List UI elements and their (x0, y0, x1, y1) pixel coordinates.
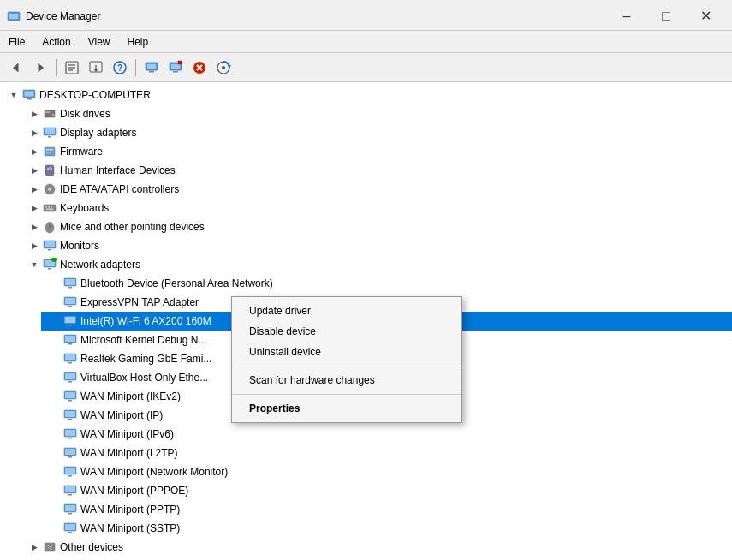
svg-rect-85 (65, 392, 75, 398)
wan-pptp-label: WAN Miniport (PPTP) (80, 503, 180, 515)
svg-rect-68 (68, 287, 72, 289)
svg-rect-104 (68, 513, 72, 515)
toolbar-back[interactable] (5, 57, 27, 79)
svg-rect-18 (149, 71, 154, 73)
network-adapters-label: Network adapters (60, 259, 140, 271)
ms-kernel-icon (63, 333, 77, 347)
toolbar-properties[interactable] (61, 57, 83, 79)
display-adapters-label: Display adapters (60, 127, 136, 139)
svg-point-58 (48, 222, 52, 225)
svg-rect-95 (68, 456, 72, 458)
network-icon (43, 258, 57, 271)
tree-human-interface[interactable]: ▶ Human Interface Devices (21, 161, 732, 180)
toolbar-forward[interactable] (29, 57, 51, 79)
svg-point-49 (48, 188, 51, 191)
intel-wifi-label: Intel(R) Wi-Fi 6 AX200 160M (80, 315, 211, 327)
ctx-update-driver[interactable]: Update driver (232, 301, 461, 321)
wan-ikev2-label: WAN Miniport (IKEv2) (80, 390, 181, 402)
svg-rect-77 (68, 343, 72, 345)
toolbar-separator-1 (56, 59, 57, 76)
svg-rect-53 (51, 206, 52, 208)
tree-bluetooth[interactable]: ▶ Bluetooth Device (Personal Area Networ… (41, 274, 732, 293)
svg-rect-86 (68, 400, 72, 402)
wan-netmon-label: WAN Miniport (Network Monitor) (80, 466, 228, 478)
svg-rect-70 (65, 298, 75, 304)
wan-sstp-label: WAN Miniport (SSTP) (80, 522, 180, 534)
svg-rect-51 (45, 206, 47, 208)
tree-wan-netmon[interactable]: ▶ WAN Miniport (Network Monitor) (41, 462, 732, 481)
tree-wan-l2tp[interactable]: ▶ WAN Miniport (L2TP) (41, 444, 732, 462)
expand-display[interactable]: ▶ (27, 126, 41, 140)
maximize-button[interactable]: □ (646, 4, 686, 28)
svg-rect-64 (48, 268, 51, 270)
expand-hid[interactable]: ▶ (27, 164, 41, 177)
wan-ipv6-icon (63, 427, 77, 441)
toolbar-help[interactable]: ? (109, 57, 131, 79)
window-title: Device Manager (26, 10, 100, 22)
tree-monitors[interactable]: ▶ Monitors (21, 236, 732, 255)
svg-point-30 (222, 66, 225, 69)
tree-disk-drives[interactable]: ▶ Disk drives (21, 104, 732, 123)
toolbar-uninstall[interactable] (188, 57, 211, 79)
menu-action[interactable]: Action (33, 33, 79, 51)
expand-other[interactable]: ▶ (27, 540, 41, 554)
svg-rect-54 (46, 209, 53, 211)
expand-network[interactable]: ▼ (27, 258, 41, 271)
toolbar-computer[interactable] (140, 57, 163, 79)
svg-rect-52 (48, 206, 50, 208)
tree-firmware[interactable]: ▶ Firmware (21, 142, 732, 161)
tree-wan-sstp[interactable]: ▶ WAN Miniport (SSTP) (41, 519, 732, 538)
menu-help[interactable]: Help (119, 33, 158, 51)
tree-ide[interactable]: ▶ IDE ATA/ATAPI controllers (21, 180, 732, 199)
expand-disk[interactable]: ▶ (27, 107, 41, 121)
expand-monitors[interactable]: ▶ (27, 239, 41, 253)
ide-icon (43, 182, 57, 196)
ms-kernel-label: Microsoft Kernel Debug N... (80, 334, 206, 346)
toolbar-update[interactable] (85, 57, 107, 79)
expand-firmware[interactable]: ▶ (27, 145, 41, 158)
other-devices-label: Other devices (60, 541, 123, 553)
tree-network-adapters[interactable]: ▼ Network adapters (21, 255, 732, 274)
tree-wan-ipv6[interactable]: ▶ WAN Miniport (IPv6) (41, 425, 732, 444)
intel-wifi-icon (63, 314, 77, 328)
ctx-scan-changes[interactable]: Scan for hardware changes (232, 370, 461, 390)
tree-wan-pptp[interactable]: ▶ WAN Miniport (PPTP) (41, 500, 732, 519)
svg-rect-45 (47, 168, 49, 170)
svg-rect-107 (68, 532, 72, 533)
ctx-uninstall-device[interactable]: Uninstall device (232, 342, 461, 362)
minimize-button[interactable]: – (607, 4, 646, 28)
svg-rect-100 (65, 486, 75, 492)
tree-other-devices[interactable]: ▶ ? Other devices (21, 538, 732, 557)
menu-view[interactable]: View (80, 33, 119, 51)
wan-netmon-icon (63, 465, 77, 479)
ctx-properties[interactable]: Properties (232, 398, 461, 419)
svg-rect-76 (65, 336, 75, 342)
expand-root[interactable]: ▼ (7, 88, 21, 102)
svg-rect-88 (65, 411, 75, 417)
svg-marker-5 (39, 63, 44, 72)
svg-rect-89 (68, 419, 72, 420)
svg-rect-33 (27, 98, 32, 100)
close-button[interactable]: ✕ (686, 4, 725, 28)
tree-root[interactable]: ▼ DESKTOP-COMPUTER (0, 86, 732, 104)
tree-display-adapters[interactable]: ▶ Display adapters (21, 123, 732, 142)
toolbar-scan[interactable] (212, 57, 235, 79)
svg-rect-92 (68, 438, 72, 439)
ctx-disable-device[interactable]: Disable device (232, 321, 461, 342)
svg-rect-80 (68, 362, 72, 364)
svg-rect-83 (68, 381, 72, 383)
tree-wan-pppoe[interactable]: ▶ WAN Miniport (PPPOE) (41, 481, 732, 500)
toolbar-separator-2 (135, 59, 136, 76)
svg-rect-106 (65, 524, 75, 530)
tree-mice[interactable]: ▶ Mice and other pointing devices (21, 217, 732, 236)
menu-file[interactable]: File (0, 33, 33, 51)
expressvpn-icon (63, 295, 77, 309)
tree-keyboards[interactable]: ▶ Keyboards (21, 199, 732, 217)
svg-rect-19 (148, 70, 155, 71)
expand-mice[interactable]: ▶ (27, 220, 41, 234)
wan-pppoe-icon (63, 484, 77, 497)
expand-keyboards[interactable]: ▶ (27, 201, 41, 215)
expand-ide[interactable]: ▶ (27, 182, 41, 196)
svg-rect-103 (65, 505, 75, 511)
toolbar-remove[interactable] (164, 57, 187, 79)
